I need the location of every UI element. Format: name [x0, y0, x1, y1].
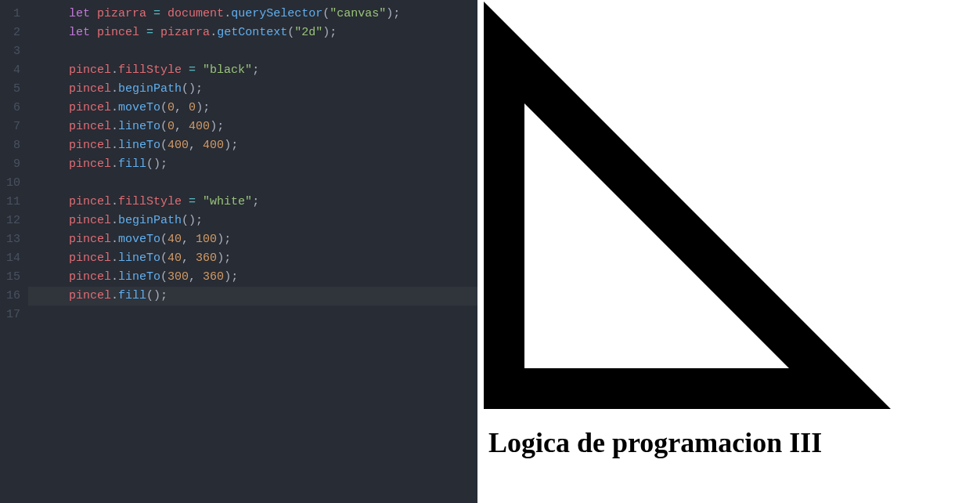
code-token: 400	[203, 139, 224, 152]
code-token: =	[189, 195, 196, 208]
code-token	[41, 101, 69, 114]
code-line[interactable]: let pincel = pizarra.getContext("2d");	[41, 24, 477, 42]
code-token: "2d"	[294, 26, 322, 39]
code-token: ,	[182, 252, 196, 265]
code-token: .	[111, 233, 118, 246]
code-token: .	[111, 120, 118, 133]
code-token	[41, 214, 69, 227]
code-token: fill	[118, 157, 146, 171]
code-token: ();	[182, 82, 203, 96]
code-token: ,	[175, 120, 189, 133]
line-number: 8	[0, 136, 20, 155]
line-number: 2	[0, 24, 20, 42]
code-token: ,	[189, 139, 203, 152]
code-line[interactable]: pincel.moveTo(0, 0);	[41, 99, 477, 118]
code-token: "canvas"	[330, 7, 386, 20]
code-token	[182, 195, 189, 208]
code-token: 300	[168, 270, 189, 284]
code-token	[41, 157, 69, 171]
code-editor-pane[interactable]: 1234567891011121314151617 let pizarra = …	[0, 0, 477, 503]
code-line[interactable]: pincel.moveTo(40, 100);	[41, 230, 477, 249]
code-token	[90, 26, 97, 39]
code-token: let	[69, 7, 90, 20]
code-token: ,	[175, 101, 189, 114]
code-token: =	[189, 63, 196, 77]
code-line[interactable]: pincel.fill();	[41, 155, 477, 174]
code-token: (	[287, 26, 294, 39]
code-token	[160, 7, 168, 20]
code-token: (	[160, 233, 168, 246]
code-token: );	[217, 252, 231, 265]
line-number: 11	[0, 193, 20, 212]
code-token	[139, 26, 146, 39]
code-token: getContext	[217, 26, 287, 39]
code-token: 40	[168, 252, 182, 265]
code-token: 360	[196, 252, 217, 265]
code-token: pincel	[69, 252, 111, 265]
code-line[interactable]: pincel.lineTo(0, 400);	[41, 118, 477, 136]
code-token	[196, 63, 203, 77]
code-token: .	[111, 82, 118, 96]
code-token: document	[168, 7, 224, 20]
line-number: 13	[0, 230, 20, 249]
code-token: );	[322, 26, 337, 39]
code-token: 40	[168, 233, 182, 246]
code-token	[153, 26, 160, 39]
code-token: pincel	[69, 214, 111, 227]
code-token: querySelector	[231, 7, 322, 20]
code-token: );	[210, 120, 224, 133]
code-line[interactable]: pincel.fill();	[28, 287, 477, 306]
code-text-area[interactable]: let pizarra = document.querySelector("ca…	[28, 0, 477, 503]
code-token	[41, 26, 69, 39]
code-token	[41, 252, 69, 265]
code-token: =	[153, 7, 160, 20]
line-number: 3	[0, 42, 20, 61]
code-token: pincel	[69, 101, 111, 114]
canvas-output	[484, 2, 891, 409]
code-token: ;	[252, 63, 259, 77]
code-token: pincel	[69, 270, 111, 284]
code-token: 400	[189, 120, 210, 133]
code-token: pincel	[69, 289, 111, 302]
code-line[interactable]	[41, 42, 477, 61]
code-token: ();	[146, 157, 168, 171]
code-token: =	[146, 26, 153, 39]
line-number-gutter: 1234567891011121314151617	[0, 0, 28, 503]
code-token	[41, 82, 69, 96]
line-number: 10	[0, 174, 20, 193]
page-title: Logica de programacion III	[488, 426, 980, 459]
code-token: .	[111, 252, 118, 265]
code-token	[41, 63, 69, 77]
code-token	[146, 7, 153, 20]
code-line[interactable]: pincel.lineTo(40, 360);	[41, 249, 477, 268]
code-token	[41, 139, 69, 152]
triangle-canvas	[484, 2, 891, 409]
code-token: 400	[168, 139, 189, 152]
code-token: .	[111, 270, 118, 284]
code-line[interactable]: pincel.lineTo(400, 400);	[41, 136, 477, 155]
code-line[interactable]: pincel.lineTo(300, 360);	[41, 268, 477, 287]
code-token: pizarra	[160, 26, 210, 39]
code-line[interactable]: let pizarra = document.querySelector("ca…	[41, 5, 477, 24]
code-token: );	[196, 101, 210, 114]
code-line[interactable]: pincel.beginPath();	[41, 212, 477, 230]
code-line[interactable]: pincel.fillStyle = "black";	[41, 61, 477, 80]
line-number: 7	[0, 118, 20, 136]
code-token	[196, 195, 203, 208]
code-token	[41, 7, 69, 20]
code-line[interactable]	[41, 174, 477, 193]
code-token: (	[160, 139, 168, 152]
code-line[interactable]: pincel.beginPath();	[41, 80, 477, 99]
code-token: .	[111, 101, 118, 114]
code-line[interactable]	[41, 306, 477, 324]
code-token	[41, 120, 69, 133]
code-token: lineTo	[118, 139, 160, 152]
line-number: 14	[0, 249, 20, 268]
line-number: 16	[0, 287, 20, 306]
code-line[interactable]: pincel.fillStyle = "white";	[41, 193, 477, 212]
code-token: 0	[168, 120, 175, 133]
code-token: pincel	[69, 120, 111, 133]
code-token: 0	[189, 101, 196, 114]
code-token: lineTo	[118, 252, 160, 265]
code-token: .	[111, 214, 118, 227]
